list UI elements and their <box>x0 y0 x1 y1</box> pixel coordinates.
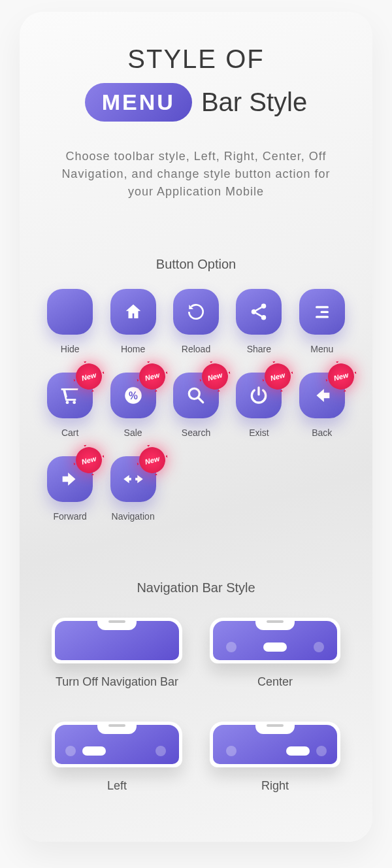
nav-style-center-label: Center <box>257 675 293 689</box>
nav-style-center[interactable]: Center <box>209 618 341 689</box>
button-grid: HideHomeReloadShareMenuNewCart%NewSaleNe… <box>39 289 353 522</box>
nav-style-off-label: Turn Off Navigation Bar <box>56 675 178 689</box>
title-line2: MENU Bar Style <box>39 83 353 122</box>
nav-style-right-label: Right <box>261 779 289 793</box>
new-badge: New <box>73 361 105 393</box>
nav-style-grid: Turn Off Navigation BarCenterLeftRight <box>39 618 353 793</box>
svg-point-1 <box>252 309 257 314</box>
title-block: STYLE OF MENU Bar Style <box>39 44 353 122</box>
feature-card: STYLE OF MENU Bar Style Choose toolbar s… <box>20 12 372 842</box>
nav-style-left[interactable]: Left <box>51 722 183 793</box>
svg-rect-3 <box>316 306 329 308</box>
search-option[interactable]: NewSearch <box>171 373 221 438</box>
hide-icon <box>47 289 93 335</box>
phone-preview-center <box>210 618 340 663</box>
menu-icon <box>299 289 345 335</box>
new-badge: New <box>136 444 168 476</box>
new-badge: New <box>325 361 357 393</box>
sale-label: Sale <box>124 427 142 438</box>
nav-style-off[interactable]: Turn Off Navigation Bar <box>51 618 183 689</box>
share-icon <box>236 289 282 335</box>
exist-label: Exist <box>249 427 269 438</box>
menu-option[interactable]: Menu <box>297 289 348 354</box>
svg-text:%: % <box>129 390 138 401</box>
forward-label: Forward <box>54 511 87 522</box>
nav-style-left-label: Left <box>107 779 127 793</box>
hide-label: Hide <box>61 344 80 354</box>
share-option[interactable]: Share <box>233 289 284 354</box>
exist-icon: New <box>236 373 282 418</box>
cart-icon: New <box>47 373 93 418</box>
title-pill: MENU <box>85 83 192 122</box>
sale-option[interactable]: %NewSale <box>107 373 158 438</box>
new-badge: New <box>199 361 231 393</box>
reload-icon <box>173 289 219 335</box>
description-text: Choose toolbar style, Left, Right, Cente… <box>52 148 340 201</box>
phone-preview-off <box>52 618 182 663</box>
nav-style-heading: Navigation Bar Style <box>39 580 353 595</box>
search-icon: New <box>173 373 219 418</box>
share-label: Share <box>247 344 271 354</box>
svg-point-2 <box>261 315 267 320</box>
exist-option[interactable]: NewExist <box>233 373 284 438</box>
navigation-label: Navigation <box>112 511 155 522</box>
back-label: Back <box>312 427 332 438</box>
reload-label: Reload <box>182 344 210 354</box>
new-badge: New <box>136 361 168 393</box>
menu-label: Menu <box>310 344 333 354</box>
svg-line-11 <box>199 398 203 403</box>
title-rest: Bar Style <box>201 88 307 117</box>
svg-point-6 <box>66 401 69 404</box>
navigation-icon: New <box>110 456 156 502</box>
new-badge: New <box>262 361 294 393</box>
nav-style-right[interactable]: Right <box>209 722 341 793</box>
svg-rect-4 <box>320 311 329 313</box>
home-label: Home <box>121 344 145 354</box>
sale-icon: %New <box>110 373 156 418</box>
home-option[interactable]: Home <box>107 289 158 354</box>
svg-point-7 <box>73 401 76 404</box>
home-icon <box>110 289 156 335</box>
phone-preview-right <box>210 722 340 767</box>
reload-option[interactable]: Reload <box>171 289 221 354</box>
back-option[interactable]: NewBack <box>297 373 348 438</box>
forward-option[interactable]: NewForward <box>44 456 95 522</box>
new-badge: New <box>73 444 105 476</box>
button-option-heading: Button Option <box>39 257 353 272</box>
navigation-option[interactable]: NewNavigation <box>107 456 158 522</box>
hide-option[interactable]: Hide <box>44 289 95 354</box>
back-icon: New <box>299 373 345 418</box>
cart-label: Cart <box>61 427 78 438</box>
cart-option[interactable]: NewCart <box>44 373 95 438</box>
forward-icon: New <box>47 456 93 502</box>
svg-point-0 <box>261 304 267 309</box>
title-line1: STYLE OF <box>39 44 353 74</box>
phone-preview-left <box>52 722 182 767</box>
svg-rect-5 <box>316 316 329 318</box>
search-label: Search <box>182 427 210 438</box>
